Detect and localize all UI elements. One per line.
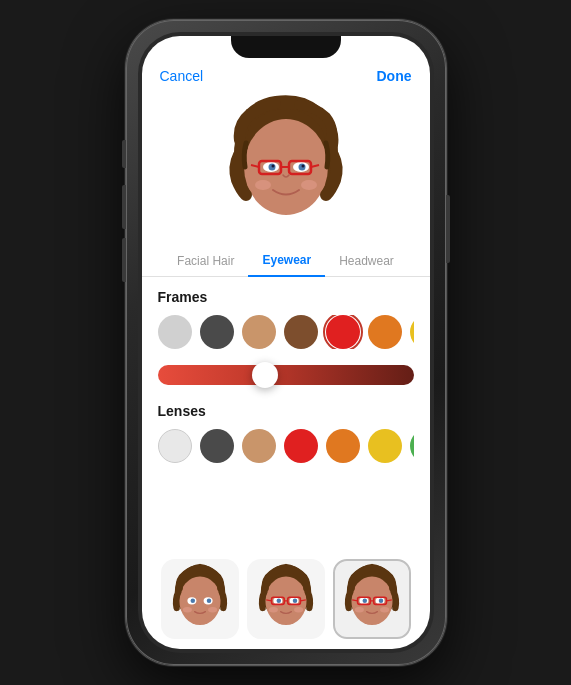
svg-line-45 xyxy=(352,600,357,601)
volume-up-button xyxy=(122,185,126,229)
preview-memoji-1 xyxy=(164,563,236,635)
svg-line-32 xyxy=(266,600,271,601)
frames-slider-thumb[interactable] xyxy=(252,362,278,388)
svg-point-22 xyxy=(208,607,217,612)
lens-color-green[interactable] xyxy=(410,429,414,463)
memoji-svg xyxy=(221,95,351,240)
preview-thumb-2[interactable] xyxy=(247,559,325,639)
done-button[interactable]: Done xyxy=(377,68,412,84)
lens-color-tan[interactable] xyxy=(242,429,276,463)
tab-eyewear[interactable]: Eyewear xyxy=(248,245,325,277)
tab-facial-hair[interactable]: Facial Hair xyxy=(163,246,248,276)
color-yellow[interactable] xyxy=(410,315,414,349)
memoji-character xyxy=(221,95,351,235)
svg-point-34 xyxy=(268,607,277,612)
lenses-label: Lenses xyxy=(158,403,414,419)
color-light-gray[interactable] xyxy=(158,315,192,349)
svg-line-33 xyxy=(300,600,305,601)
memoji-preview-area xyxy=(142,90,430,245)
svg-point-27 xyxy=(276,599,281,604)
phone-frame: Cancel Done xyxy=(126,20,446,665)
svg-point-13 xyxy=(255,180,271,190)
frames-slider-track[interactable] xyxy=(158,365,414,385)
frames-section: Frames xyxy=(158,289,414,389)
svg-point-6 xyxy=(271,164,274,167)
svg-point-35 xyxy=(294,607,303,612)
preview-memoji-2 xyxy=(250,563,322,635)
color-orange[interactable] xyxy=(368,315,402,349)
svg-point-48 xyxy=(380,607,389,612)
screen: Cancel Done xyxy=(142,36,430,649)
preview-thumb-3[interactable] xyxy=(333,559,411,639)
lens-color-orange[interactable] xyxy=(326,429,360,463)
frames-slider-container xyxy=(158,361,414,389)
lens-color-red[interactable] xyxy=(284,429,318,463)
svg-point-28 xyxy=(292,599,297,604)
color-dark-gray[interactable] xyxy=(200,315,234,349)
lenses-section: Lenses xyxy=(158,403,414,463)
svg-point-21 xyxy=(182,607,191,612)
lenses-color-row xyxy=(158,429,414,463)
phone-inner: Cancel Done xyxy=(138,32,434,653)
screen-content: Cancel Done xyxy=(142,36,430,649)
svg-point-41 xyxy=(378,599,383,604)
svg-point-40 xyxy=(362,599,367,604)
preview-row xyxy=(142,549,430,649)
svg-point-7 xyxy=(301,164,304,167)
lens-color-yellow[interactable] xyxy=(368,429,402,463)
preview-thumb-1[interactable] xyxy=(161,559,239,639)
power-button xyxy=(446,195,450,263)
top-bar: Cancel Done xyxy=(142,58,430,90)
tab-headwear[interactable]: Headwear xyxy=(325,246,408,276)
svg-point-14 xyxy=(301,180,317,190)
svg-point-19 xyxy=(190,599,195,604)
options-area: Frames xyxy=(142,277,430,545)
color-red[interactable] xyxy=(326,315,360,349)
color-brown[interactable] xyxy=(284,315,318,349)
tab-bar: Facial Hair Eyewear Headwear xyxy=(142,245,430,277)
volume-down-button xyxy=(122,238,126,282)
cancel-button[interactable]: Cancel xyxy=(160,68,204,84)
lens-color-dark-gray[interactable] xyxy=(200,429,234,463)
notch xyxy=(231,36,341,58)
lens-color-white[interactable] xyxy=(158,429,192,463)
svg-line-46 xyxy=(386,600,391,601)
frames-color-row xyxy=(158,315,414,349)
svg-point-20 xyxy=(206,599,211,604)
frames-label: Frames xyxy=(158,289,414,305)
preview-memoji-3 xyxy=(336,563,408,635)
svg-point-16 xyxy=(179,577,220,626)
color-tan[interactable] xyxy=(242,315,276,349)
mute-button xyxy=(122,140,126,168)
svg-point-47 xyxy=(354,607,363,612)
